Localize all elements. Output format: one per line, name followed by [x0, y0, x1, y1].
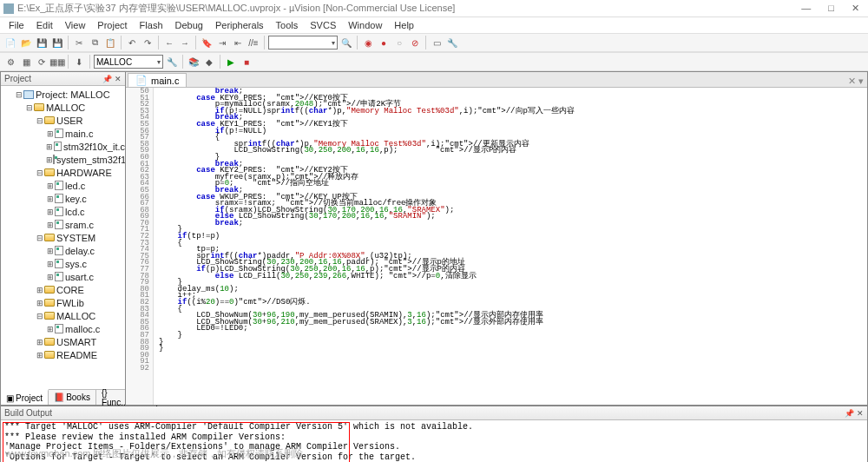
menu-window[interactable]: Window: [343, 19, 387, 31]
menu-tools[interactable]: Tools: [271, 19, 304, 31]
editor-panel: 📄 main.c ✕ ▾ 505152535455565758596061626…: [126, 71, 868, 406]
nav-back-icon[interactable]: ←: [162, 36, 176, 50]
paste-icon[interactable]: 📋: [103, 36, 117, 50]
close-button[interactable]: ✕: [846, 3, 865, 14]
tree-group-system[interactable]: ⊟SYSTEM: [1, 231, 125, 244]
pin-icon[interactable]: 📌 ✕: [845, 409, 864, 418]
window-title: E:\Ex_正点原子\实验37 内存管理实验\USER\MALLOC.uvpro…: [17, 2, 796, 15]
titlebar: E:\Ex_正点原子\实验37 内存管理实验\USER\MALLOC.uvpro…: [0, 0, 868, 17]
code-area[interactable]: break; case KEY0_PRES: "cmt">//KEY0按下 p=…: [154, 88, 867, 405]
project-panel: Project 📌 ✕ ⊟Project: MALLOC⊟MALLOC⊟USER…: [0, 71, 126, 406]
tree-file-system_stm32f10x-c[interactable]: ⊞system_stm32f10x.c: [1, 153, 125, 166]
save-all-icon[interactable]: 💾: [50, 36, 64, 50]
outdent-icon[interactable]: ⇤: [231, 36, 245, 50]
menu-file[interactable]: File: [3, 19, 30, 31]
menu-svcs[interactable]: SVCS: [305, 19, 341, 31]
rebuild-icon[interactable]: ⟳: [35, 55, 49, 69]
tree-group-core[interactable]: ⊞CORE: [1, 283, 125, 296]
manage-icon[interactable]: 📚: [187, 55, 201, 69]
nav-fwd-icon[interactable]: →: [178, 36, 192, 50]
menu-help[interactable]: Help: [389, 19, 419, 31]
tree-file-malloc-c[interactable]: ⊞malloc.c: [1, 322, 125, 335]
comment-icon[interactable]: //≡: [247, 36, 260, 50]
tab-project[interactable]: ▣Project: [1, 389, 49, 405]
window-icon[interactable]: ▭: [430, 36, 444, 50]
stop-icon[interactable]: ■: [240, 55, 253, 69]
tree-file-main-c[interactable]: ⊞main.c: [1, 127, 125, 140]
find-icon[interactable]: 🔍: [339, 36, 353, 50]
debug-icon[interactable]: ◉: [361, 36, 375, 50]
tree-group-hardware[interactable]: ⊟HARDWARE: [1, 166, 125, 179]
redo-icon[interactable]: ↷: [141, 36, 155, 50]
build-icon[interactable]: ▦: [19, 55, 33, 69]
copy-icon[interactable]: ⧉: [88, 36, 102, 50]
build-output-line: *** Target 'MALLOC' uses ARM-Compiler 'D…: [4, 422, 864, 432]
tree-file-stm32f10x_it-c[interactable]: ⊞stm32f10x_it.c: [1, 140, 125, 153]
download-icon[interactable]: ⬇: [72, 55, 86, 69]
options-icon[interactable]: 🔧: [165, 55, 179, 69]
editor-tabs: 📄 main.c ✕ ▾: [126, 72, 867, 88]
project-bottom-tabs: ▣Project 📕Books {} Func... 0→ Temp...: [1, 389, 125, 405]
pin-icon[interactable]: 📌 ✕: [102, 75, 122, 83]
line-gutter: 5051525354555657585960616263646566676869…: [126, 88, 154, 405]
cut-icon[interactable]: ✂: [72, 36, 86, 50]
tree-file-usart-c[interactable]: ⊞usart.c: [1, 270, 125, 283]
target-combo[interactable]: MALLOC: [94, 55, 163, 69]
project-tree[interactable]: ⊟Project: MALLOC⊟MALLOC⊟USER⊞main.c⊞stm3…: [1, 86, 125, 389]
menu-flash[interactable]: Flash: [135, 19, 168, 31]
config-icon[interactable]: 🔧: [445, 36, 459, 50]
bookmark-icon[interactable]: 🔖: [200, 36, 214, 50]
menu-peripherals[interactable]: Peripherals: [210, 19, 269, 31]
main-area: Project 📌 ✕ ⊟Project: MALLOC⊟MALLOC⊟USER…: [0, 71, 868, 406]
tree-group-malloc[interactable]: ⊟MALLOC: [1, 309, 125, 322]
tree-file-delay-c[interactable]: ⊞delay.c: [1, 244, 125, 257]
menu-project[interactable]: Project: [92, 19, 132, 31]
editor-tab-main-c[interactable]: 📄 main.c: [128, 73, 187, 87]
menu-debug[interactable]: Debug: [170, 19, 208, 31]
watermark: www.toymoban.com 网络图片仅供展示，非存储，如有侵权请联系删除: [5, 447, 303, 460]
tree-file-sram-c[interactable]: ⊞sram.c: [1, 218, 125, 231]
file-icon: 📄: [135, 75, 148, 86]
tree-file-key-c[interactable]: ⊞key.c: [1, 192, 125, 205]
tree-group-readme[interactable]: ⊞README: [1, 348, 125, 361]
undo-icon[interactable]: ↶: [125, 36, 139, 50]
indent-icon[interactable]: ⇥: [215, 36, 229, 50]
app-icon: [3, 3, 14, 14]
maximize-button[interactable]: □: [823, 3, 839, 14]
breakpoint-insert-icon[interactable]: ●: [377, 36, 391, 50]
tab-books[interactable]: 📕Books: [49, 390, 96, 405]
pack-icon[interactable]: ◆: [202, 55, 216, 69]
tree-file-lcd-c[interactable]: ⊞lcd.c: [1, 205, 125, 218]
breakpoint-disable-icon[interactable]: ○: [392, 36, 406, 50]
new-file-icon[interactable]: 📄: [3, 36, 17, 50]
tree-group-fwlib[interactable]: ⊞FWLib: [1, 296, 125, 309]
tree-project-root[interactable]: ⊟Project: MALLOC: [1, 88, 125, 101]
batch-build-icon[interactable]: ▦▦: [50, 55, 64, 69]
find-combo[interactable]: [268, 36, 338, 50]
build-output-header: Build Output 📌 ✕: [1, 406, 867, 420]
menu-view[interactable]: View: [60, 19, 91, 31]
tree-group-user[interactable]: ⊟USER: [1, 114, 125, 127]
open-file-icon[interactable]: 📂: [19, 36, 33, 50]
translate-icon[interactable]: ⚙: [3, 55, 17, 69]
editor-close-icon[interactable]: ✕ ▾: [845, 76, 867, 87]
tree-file-sys-c[interactable]: ⊞sys.c: [1, 257, 125, 270]
run-icon[interactable]: ▶: [224, 55, 238, 69]
tree-file-led-c[interactable]: ⊞led.c: [1, 179, 125, 192]
toolbar-build: ⚙ ▦ ⟳ ▦▦ ⬇ MALLOC 🔧 📚 ◆ ▶ ■: [0, 52, 868, 71]
build-output-line: *** Please review the installed ARM Comp…: [4, 432, 864, 443]
toolbar-file: 📄 📂 💾 💾 ✂ ⧉ 📋 ↶ ↷ ← → 🔖 ⇥ ⇤ //≡ 🔍 ◉ ● ○ …: [0, 33, 868, 52]
tree-target[interactable]: ⊟MALLOC: [1, 101, 125, 114]
tree-group-usmart[interactable]: ⊞USMART: [1, 335, 125, 348]
breakpoint-kill-icon[interactable]: ⊘: [408, 36, 422, 50]
minimize-button[interactable]: —: [796, 3, 816, 14]
menu-edit[interactable]: Edit: [31, 19, 58, 31]
save-icon[interactable]: 💾: [35, 36, 49, 50]
project-panel-header: Project 📌 ✕: [1, 72, 125, 86]
menubar: File Edit View Project Flash Debug Perip…: [0, 17, 868, 33]
editor-body[interactable]: 5051525354555657585960616263646566676869…: [126, 88, 867, 405]
